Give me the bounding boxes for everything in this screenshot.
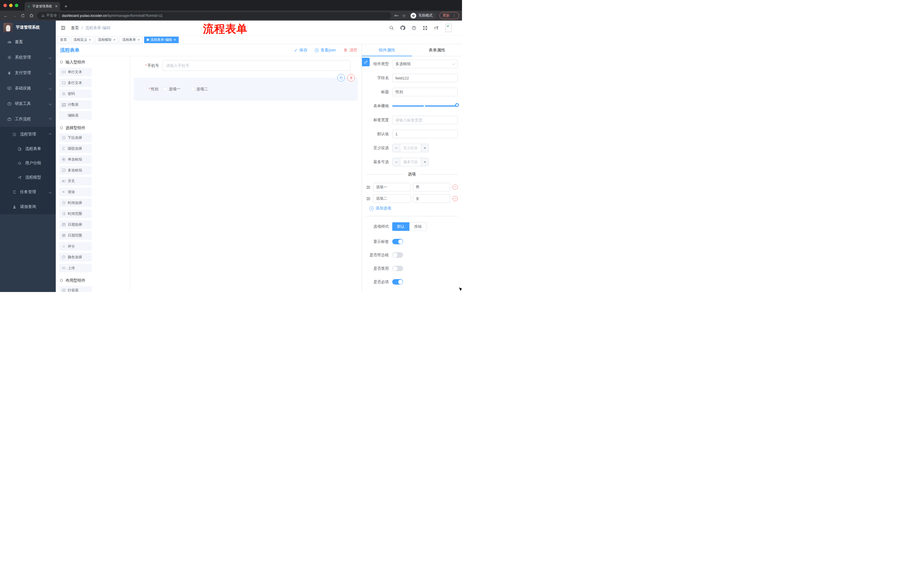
chip-password[interactable]: 密码 <box>59 89 92 98</box>
close-tab-icon[interactable]: ✕ <box>55 4 58 8</box>
link-handle[interactable] <box>362 58 370 66</box>
sidebar-item-home[interactable]: 首页 <box>0 34 56 50</box>
security-status[interactable]: 不安全 <box>41 13 57 18</box>
min-select-input[interactable] <box>400 144 421 152</box>
copy-component-button[interactable] <box>337 74 345 81</box>
drag-handle-icon[interactable] <box>366 196 371 201</box>
sidebar-item-process-mgmt[interactable]: 流程管理 <box>0 127 56 142</box>
key-icon[interactable] <box>394 13 399 18</box>
disabled-toggle[interactable] <box>392 266 403 271</box>
sidebar-item-workflow[interactable]: 工作流程 <box>0 112 56 127</box>
component-type-select[interactable]: 多选框组 <box>392 60 458 68</box>
slider-thumb[interactable] <box>455 103 459 107</box>
tag-process-definition[interactable]: 流程定义✕ <box>71 36 94 43</box>
maximize-window-button[interactable] <box>15 4 18 7</box>
drag-handle-icon[interactable] <box>366 185 371 190</box>
chip-upload[interactable]: 上传 <box>59 264 92 272</box>
option-label-input[interactable] <box>373 183 411 191</box>
bookmark-star-icon[interactable]: ☆ <box>402 13 406 18</box>
chip-dropdown-select[interactable]: 下拉选择 <box>59 133 92 142</box>
chip-date-select[interactable]: 日期选择 <box>59 220 92 229</box>
decrease-button[interactable]: − <box>393 158 400 166</box>
chip-row-container[interactable]: 行容器 <box>59 286 92 292</box>
field-name-input[interactable] <box>392 74 458 82</box>
view-json-button[interactable]: 查看json <box>315 48 336 53</box>
chip-slider[interactable]: 滑块 <box>59 188 92 196</box>
delete-component-button[interactable] <box>347 74 355 81</box>
show-label-toggle[interactable] <box>392 239 403 244</box>
home-button[interactable] <box>29 13 34 18</box>
required-toggle[interactable] <box>392 279 403 285</box>
back-button[interactable]: ← <box>3 13 8 18</box>
chip-date-range[interactable]: 日期范围 <box>59 231 92 240</box>
label-width-input[interactable] <box>392 116 458 124</box>
new-tab-button[interactable]: ＋ <box>63 3 68 10</box>
chip-multi-line-text[interactable]: 多行文本 <box>59 79 92 87</box>
close-icon[interactable]: ✕ <box>89 38 91 42</box>
chip-switch[interactable]: 开关 <box>59 177 92 186</box>
sidebar-item-user-group[interactable]: 用户分组 <box>0 156 56 170</box>
tag-process-form-edit[interactable]: 流程表单-编辑✕ <box>144 36 179 43</box>
remove-option-button[interactable]: − <box>452 184 458 190</box>
browser-menu-icon[interactable]: ⋮ <box>452 13 456 18</box>
option-value-input[interactable] <box>413 194 450 203</box>
chip-time-select[interactable]: 时间选择 <box>59 199 92 207</box>
sidebar-item-payment[interactable]: ¥ 支付管理 <box>0 65 56 81</box>
checkbox[interactable] <box>191 87 195 91</box>
close-icon[interactable]: ✕ <box>173 38 176 42</box>
chip-editor[interactable]: 编辑器 <box>59 111 92 120</box>
clear-button[interactable]: 清空 <box>343 48 357 53</box>
collapse-sidebar-icon[interactable] <box>60 25 66 31</box>
minimize-window-button[interactable] <box>9 4 13 7</box>
chip-cascade-select[interactable]: 级联选择 <box>59 144 92 153</box>
sidebar-item-system[interactable]: 系统管理 <box>0 50 56 65</box>
help-icon[interactable] <box>411 25 417 31</box>
increase-button[interactable]: ＋ <box>421 158 429 166</box>
sidebar-item-devtools[interactable]: 研发工具 <box>0 96 56 112</box>
add-option-button[interactable]: ＋ 添加选项 <box>370 206 458 211</box>
option-label-input[interactable] <box>373 194 411 203</box>
phone-input[interactable] <box>162 60 350 71</box>
avatar[interactable] <box>446 24 451 32</box>
forward-button[interactable]: → <box>12 13 17 18</box>
close-icon[interactable]: ✕ <box>113 38 116 42</box>
remove-option-button[interactable]: − <box>452 196 458 201</box>
sidebar-item-infra[interactable]: 基础设施 <box>0 81 56 96</box>
gender-option-2[interactable]: 选项二 <box>191 87 214 92</box>
sidebar-item-process-model[interactable]: 流程模型 <box>0 170 56 184</box>
chip-radio-group[interactable]: 单选框组 <box>59 155 92 164</box>
style-default-button[interactable]: 默认 <box>392 222 409 231</box>
search-icon[interactable] <box>389 25 394 30</box>
phone-field-row[interactable]: *手机号 <box>134 60 358 71</box>
title-input[interactable] <box>392 88 458 96</box>
fullscreen-icon[interactable] <box>422 25 428 31</box>
chip-checkbox-group[interactable]: 多选框组 <box>59 166 92 174</box>
sidebar-item-task-mgmt[interactable]: 任务管理 <box>0 184 56 199</box>
breadcrumb-home[interactable]: 首页 <box>71 25 79 31</box>
tab-form-props[interactable]: 表单属性 <box>412 44 462 56</box>
style-button-button[interactable]: 按钮 <box>409 222 427 231</box>
sidebar-item-process-form[interactable]: 流程表单 <box>0 142 56 156</box>
tag-process-model[interactable]: 流程模型✕ <box>95 36 118 43</box>
tab-component-props[interactable]: 组件属性 <box>362 44 412 56</box>
close-icon[interactable]: ✕ <box>137 38 140 42</box>
max-select-input[interactable] <box>400 158 421 166</box>
font-size-icon[interactable] <box>434 25 439 31</box>
chip-single-line-text[interactable]: 单行文本 <box>59 68 92 76</box>
option-value-input[interactable] <box>413 183 450 191</box>
update-button[interactable]: 更新 ⋮ <box>439 12 459 19</box>
increase-button[interactable]: ＋ <box>421 144 429 152</box>
checkbox[interactable] <box>163 87 167 91</box>
tag-home[interactable]: 首页 <box>58 36 69 43</box>
reload-button[interactable] <box>20 13 26 18</box>
close-window-button[interactable] <box>3 4 7 7</box>
address-bar[interactable]: 不安全 dashboard.yudao.iocoder.cn/bpm/manag… <box>37 12 391 20</box>
github-icon[interactable] <box>400 25 405 31</box>
default-value-input[interactable] <box>392 130 458 138</box>
gender-field-selected[interactable]: *性别 选项一 选项二 <box>134 78 358 100</box>
sidebar-item-leave-query[interactable]: 请假查询 <box>0 199 56 214</box>
logo-row[interactable]: 芋道管理系统 <box>0 21 56 34</box>
browser-tab[interactable]: 芋道管理系统 ✕ <box>25 2 60 11</box>
grid-slider[interactable] <box>392 102 458 110</box>
gender-option-1[interactable]: 选项一 <box>163 87 186 92</box>
